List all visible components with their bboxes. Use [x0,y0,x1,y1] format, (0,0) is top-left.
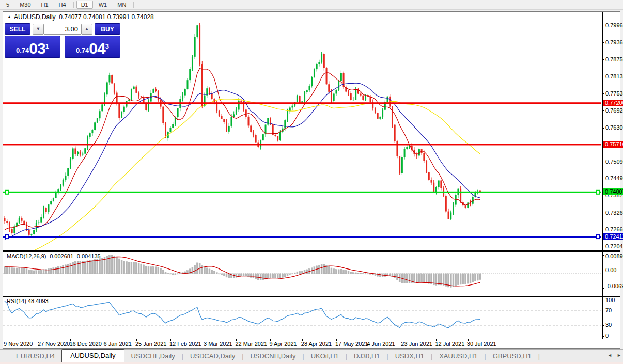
price-scale-divider [602,12,603,339]
date-axis-label: 12 Jul 2021 [435,341,464,347]
rsi-axis-label: 70 [605,307,612,313]
price-axis-label: 0.77535 [605,90,623,97]
rsi-label: RSI(14) 48.4093 [7,298,49,304]
timeframe-button-w1[interactable]: W1 [94,1,112,9]
date-axis-label: 30 Jul 2021 [467,341,496,347]
chevron-up-icon: ▲ [85,26,89,31]
timeframe-button-h4[interactable]: H4 [54,1,71,9]
tab-usdx-h1[interactable]: USDX,H1 [388,350,431,362]
sell-price-big: 03 [29,41,45,56]
hline-price-label: 0.77200 [603,100,623,106]
collapse-icon[interactable]: ▲ [7,14,11,19]
tab-scroll-right-icon[interactable]: ► [617,353,621,358]
macd-axis-label: -0.00697 [605,283,623,289]
date-axis-label: 27 Nov 2020 [38,341,70,347]
tab-scroll-left-icon[interactable]: ◄ [608,353,612,358]
chart-window: ▲AUDUSD,Daily 0.74077 0.74081 0.73991 0.… [3,11,620,349]
date-axis-label: 23 Jun 2021 [401,341,432,347]
date-axis-label: 25 Jan 2021 [135,341,167,347]
macd-axis-label: 0.008903 [605,253,623,259]
date-axis-label: 9 Apr 2021 [269,341,297,347]
one-click-trading-panel: SELL ▼ ▲ BUY 0.74031 0.74043 [5,23,120,58]
date-axis[interactable]: 9 Nov 202027 Nov 202016 Dec 20206 Jan 20… [3,339,620,348]
chart-title: ▲AUDUSD,Daily 0.74077 0.74081 0.73991 0.… [7,13,154,21]
tab-separator: | [538,353,540,362]
volume-decrease-button[interactable]: ▼ [33,24,44,35]
moving-averages [5,68,480,250]
price-axis-label: 0.74490 [605,175,623,181]
tab-xauusd-h1[interactable]: XAUUSD,H1 [432,350,484,362]
timeframe-toolbar: 5M30H1H4D1W1MN [0,0,623,10]
tab-gbpusd-h1[interactable]: GBPUSD,H1 [486,350,538,362]
toolbar-separator [133,2,134,8]
sell-price-display[interactable]: 0.74031 [5,36,60,58]
date-axis-label: 6 Jan 2021 [104,341,132,347]
price-axis-label: 0.76305 [605,124,623,131]
chart-tab-bar: EURUSD,H4AUDUSD,DailyUSDCHF,Daily|USDCAD… [0,349,623,362]
tab-usdcad-daily[interactable]: USDCAD,Daily [183,350,242,362]
sell-price-sup: 1 [45,37,49,56]
rsi-axis-label: 30 [605,322,612,328]
date-axis-label: 22 Mar 2021 [235,341,267,347]
macd-label: MACD(12,26,9) -0.002681 -0.004135 [7,253,101,259]
ohlc-values: 0.74077 0.74081 0.73991 0.74028 [59,13,154,21]
price-axis-label: 0.78135 [605,73,623,80]
buy-button[interactable]: BUY [95,23,120,35]
tab-eurusd-h4[interactable]: EURUSD,H4 [9,350,61,362]
hline-price-label: 0.72411 [603,233,623,240]
macd-histogram [4,255,481,287]
tab-usdchf-daily[interactable]: USDCHF,Daily [124,350,182,362]
date-axis-label: 16 Dec 2020 [69,341,101,347]
rsi-axis-label: 0 [605,333,609,339]
price-axis-label: 0.76920 [605,107,623,114]
date-axis-label: 4 Jun 2021 [367,341,395,347]
ma-21-line [5,83,480,240]
ma-55-line [5,99,480,250]
chevron-down-icon: ▼ [36,26,41,31]
timeframe-button-m30[interactable]: M30 [15,1,35,9]
tab-dj30-h1[interactable]: DJ30,H1 [347,350,387,362]
buy-price-sup: 3 [105,37,109,56]
tab-usdcnh-daily[interactable]: USDCNH,Daily [243,350,302,362]
sell-button[interactable]: SELL [5,23,30,35]
timeframe-button-d1[interactable]: D1 [76,1,93,9]
tab-ukoil-h1[interactable]: UKOil,H1 [304,350,346,362]
price-chart-pane[interactable]: ▲AUDUSD,Daily 0.74077 0.74081 0.73991 0.… [3,12,620,251]
sell-price-small: 0.74 [16,45,29,56]
date-axis-label: 3 Mar 2021 [204,341,232,347]
price-axis-label: 0.73260 [605,210,623,216]
price-axis-label: 0.72660 [605,226,623,232]
buy-price-small: 0.74 [76,45,89,56]
timeframe-button-5[interactable]: 5 [2,1,14,9]
volume-increase-button[interactable]: ▲ [81,24,92,35]
toolbar-separator [73,2,74,8]
symbol-period-label: AUDUSD,Daily [14,13,56,21]
volume-input[interactable] [44,24,81,35]
date-axis-label: 28 Apr 2021 [301,341,332,347]
timeframe-button-mn[interactable]: MN [113,1,131,9]
tab-audusd-daily[interactable]: AUDUSD,Daily [61,349,124,362]
price-axis-label: 0.79965 [605,22,623,28]
macd-indicator-pane[interactable]: MACD(12,26,9) -0.002681 -0.004135 0.0089… [3,251,620,296]
price-axis-label: 0.72045 [605,243,623,249]
rsi-axis-label: 100 [605,297,615,303]
timeframe-button-h1[interactable]: H1 [37,1,53,9]
date-axis-label: 17 May 2021 [335,341,368,347]
macd-axis-label: 0.00 [605,267,616,273]
hline-price-label: 0.75716 [603,141,623,148]
rsi-line [5,301,480,328]
rsi-chart[interactable] [3,297,602,339]
buy-price-display[interactable]: 0.74043 [65,36,120,58]
rsi-indicator-pane[interactable]: RSI(14) 48.4093 10070300 [3,296,620,339]
date-axis-label: 12 Feb 2021 [169,341,201,347]
price-axis-label: 0.79365 [605,39,623,45]
hline-price-label: 0.74007 [603,188,623,195]
buy-price-big: 04 [89,41,105,56]
price-axis-label: 0.75090 [605,159,623,165]
date-axis-label: 9 Nov 2020 [4,341,33,347]
price-axis-label: 0.78750 [605,56,623,62]
